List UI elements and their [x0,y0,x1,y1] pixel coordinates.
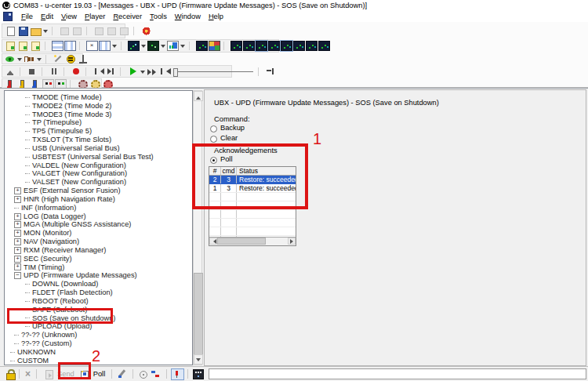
pause-icon[interactable] [49,67,60,77]
ack-table-row[interactable]: 23Restore: succeeded [209,176,296,184]
tree-item-tmode3-time-mode-3[interactable]: TMODE3 (Time Mode 3) [5,111,192,119]
map-view-icon[interactable] [147,41,159,51]
play-dropdown-icon[interactable] [140,67,146,77]
play-icon[interactable] [127,67,139,77]
plus-box-icon[interactable]: + [14,238,21,245]
column-header-status[interactable]: Status [237,167,296,175]
print-icon[interactable] [59,26,71,36]
cut-icon[interactable] [93,26,105,36]
histogram-view-icon[interactable] [167,41,179,51]
save-icon[interactable] [17,26,29,36]
sky-view-icon[interactable] [209,41,220,51]
chart-dropdown-icon[interactable] [140,41,147,51]
table-hscrollbar[interactable] [209,237,296,245]
backup-radio[interactable] [210,125,217,132]
tree-item-custom[interactable]: ??-?? (Custom) [5,339,192,348]
scroll-left-icon[interactable] [209,238,217,245]
menu-edit[interactable]: Edit [37,13,57,20]
split-vertical-icon[interactable] [64,41,76,51]
tree-item-esf-external-sensor-fusion[interactable]: +ESF (External Sensor Fusion) [5,187,192,195]
column-header-cmd[interactable]: cmd [221,167,237,175]
tree-item-rxm-receiver-manager[interactable]: +RXM (Receiver Manager) [5,246,192,255]
tree-item-hnr-high-navigation-rate[interactable]: +HNR (High Navigation Rate) [5,195,192,204]
menu-window[interactable]: Window [171,13,205,20]
stop-icon[interactable] [27,67,38,77]
tree-item-tp5-timepulse-5[interactable]: TP5 (Timepulse 5) [5,127,192,136]
menu-file[interactable]: File [17,13,37,20]
tree-item-tp-timepulse[interactable]: TP (Timepulse) [5,118,192,127]
ack-table-row[interactable]: 13Restore: succeeded [209,184,296,193]
step-back-icon[interactable] [93,67,104,77]
tree-item-tmode-time-mode[interactable]: TMODE (Time Mode) [5,93,192,102]
chart-view-icon[interactable] [128,41,140,51]
plus-box-icon[interactable]: + [14,247,21,254]
progress-slider[interactable] [172,67,255,77]
scroll-thumb[interactable] [194,273,203,361]
docking-view-icon-2[interactable] [243,41,255,51]
plus-box-icon[interactable]: + [14,263,21,270]
tree-item-rboot-reboot[interactable]: RBOOT (Reboot) [5,297,192,306]
tree-scrollbar[interactable] [193,90,202,365]
map-dropdown-icon[interactable] [160,41,166,51]
tree-item-fldet-flash-detection[interactable]: FLDET (Flash Detection) [5,288,192,297]
open-folder-icon[interactable] [30,26,42,36]
message-view-icon[interactable] [30,41,42,51]
jump-end-icon[interactable] [265,67,277,77]
antenna-icon[interactable] [78,54,89,64]
tree-item-valset-new-configuration[interactable]: VALSET (New Configuration) [5,178,192,187]
menu-help[interactable]: Help [205,13,227,20]
magic-wand-icon[interactable] [53,54,64,64]
docking-view-icon-4[interactable] [268,41,280,51]
tree-item-valget-new-configuration[interactable]: VALGET (New Configuration) [5,169,192,178]
menu-view[interactable]: View [57,13,81,20]
clear-icon[interactable]: × [25,369,31,379]
tree-item-custom[interactable]: CUSTOM [5,357,192,365]
close-view-icon[interactable] [86,41,98,51]
scroll-down-icon[interactable] [194,354,203,365]
tree-item-mga-multiple-gnss-assistance[interactable]: +MGA (Multiple GNSS Assistance) [5,220,192,229]
tree-item-unknown[interactable]: UNKNOWN [5,348,192,357]
plus-box-icon[interactable]: + [14,221,21,228]
tree-item-tmode2-time-mode-2[interactable]: TMODE2 (Time Mode 2) [5,102,192,111]
plus-box-icon[interactable]: + [14,196,21,203]
eye-icon[interactable] [5,54,16,64]
tree-item-mon-monitor[interactable]: +MON (Monitor) [5,229,192,238]
tree-item-txslot-tx-time-slots[interactable]: TXSLOT (Tx Time Slots) [5,136,192,144]
text-console-icon[interactable] [5,41,16,51]
docking-view-icon-8[interactable] [318,41,330,51]
tree-item-sos-save-on-shutdown[interactable]: SOS (Save on Shutdown) [5,314,192,323]
docking-view-icon-6[interactable] [293,41,305,51]
minus-box-icon[interactable]: − [14,272,21,279]
camera-view-icon[interactable] [196,41,208,51]
histogram-dropdown-icon[interactable] [180,41,186,51]
tree-item-usb-universal-serial-bus[interactable]: USB (Universal Serial Bus) [5,144,192,153]
scroll-up-icon[interactable] [194,91,203,101]
plus-box-icon[interactable]: + [14,230,21,237]
pin-icon[interactable] [172,369,183,379]
jump-start-icon[interactable] [159,67,171,77]
docking-view-icon-7[interactable] [306,41,318,51]
copy-icon[interactable] [106,26,118,36]
about-burst-icon[interactable] [140,26,152,36]
plus-box-icon[interactable]: + [14,213,21,220]
docking-view-icon-5[interactable] [281,41,292,51]
hscroll-thumb[interactable] [217,238,266,245]
split-horizontal-icon[interactable] [52,41,64,51]
plus-box-icon[interactable]: + [14,187,21,194]
tree-item-upload-upload[interactable]: UPLOAD (Upload) [5,322,192,331]
paste-icon[interactable] [118,26,130,36]
poll-button[interactable]: Poll [79,369,106,379]
plus-box-icon[interactable]: + [14,256,21,263]
tree-item-inf-information[interactable]: INF (Information) [5,204,192,212]
packet-console-icon[interactable] [17,41,29,51]
fast-forward-icon[interactable] [147,67,158,77]
new-view-icon[interactable] [99,41,111,51]
signal-dropdown-icon[interactable] [36,54,42,64]
clear-radio[interactable] [210,136,217,143]
signal-icon[interactable] [24,54,35,64]
view-dropdown-icon[interactable] [111,41,118,51]
tree-item-nav-navigation[interactable]: +NAV (Navigation) [5,238,192,246]
swap-icon[interactable] [151,369,162,379]
child-window-icon[interactable] [3,12,13,21]
open-dropdown-icon[interactable] [42,26,49,36]
